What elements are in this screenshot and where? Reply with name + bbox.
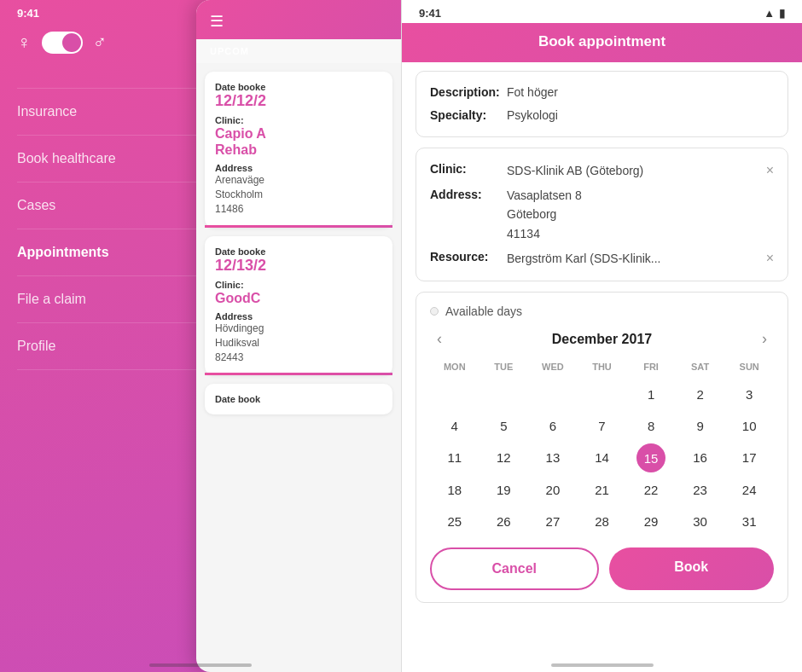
calendar-month-year: December 2017 — [552, 332, 652, 347]
resource-value-container: Bergström Karl (SDS-Klinik... × — [507, 248, 774, 269]
cal-cell-26[interactable]: 26 — [479, 507, 529, 536]
right-status-bar: 9:41 ▲ ▮ — [402, 0, 802, 23]
card1-divider — [205, 225, 392, 228]
left-time: 9:41 — [17, 7, 39, 20]
cal-cell-9[interactable]: 9 — [676, 412, 725, 440]
appointments-panel: ☰ UPCOM Date booke 12/12/2 Clinic: Capio… — [196, 0, 401, 672]
cal-cell-4[interactable]: 4 — [430, 412, 479, 440]
address-label: Address: — [430, 186, 507, 243]
right-time: 9:41 — [419, 7, 441, 20]
card1-address-text: ArenavägeStockholm11486 — [215, 173, 382, 216]
cal-row-4: 18 19 20 21 22 23 24 — [430, 476, 774, 504]
card1-address-label: Address — [215, 163, 382, 173]
available-dot — [430, 307, 439, 316]
cal-cell-19[interactable]: 19 — [479, 476, 529, 504]
resource-label: Resource: — [430, 248, 507, 269]
appointment-card-1[interactable]: Date booke 12/12/2 Clinic: Capio ARehab … — [205, 72, 392, 228]
clinic-row: Clinic: SDS-Klinik AB (Göteborg) × — [430, 160, 774, 181]
available-days-label: Available days — [445, 304, 522, 318]
panel-tab-upcoming[interactable]: UPCOM — [196, 39, 401, 63]
cal-cell-7[interactable]: 7 — [578, 412, 627, 440]
cal-cell-21[interactable]: 21 — [578, 476, 627, 504]
description-row: Description: Fot höger — [430, 84, 774, 101]
cal-cell-17[interactable]: 17 — [724, 443, 774, 472]
cal-cell-10[interactable]: 10 — [724, 412, 774, 440]
card2-date-label: Date booke — [215, 246, 382, 257]
cal-cell-11[interactable]: 11 — [430, 443, 479, 472]
cal-cell-29[interactable]: 29 — [626, 507, 676, 536]
cal-cell-16[interactable]: 16 — [676, 443, 725, 472]
cal-cell-3[interactable]: 3 — [724, 380, 774, 408]
action-buttons: Cancel Book — [430, 547, 774, 590]
cal-cell-6[interactable]: 6 — [528, 412, 578, 440]
clinic-info-card: Clinic: SDS-Klinik AB (Göteborg) × Addre… — [416, 148, 788, 281]
cancel-button[interactable]: Cancel — [430, 547, 599, 590]
hamburger-icon[interactable]: ☰ — [210, 12, 224, 31]
available-days-row: Available days — [430, 304, 774, 318]
cal-cell-22[interactable]: 22 — [626, 476, 676, 504]
calendar-card: Available days ‹ December 2017 › MON TUE… — [416, 292, 788, 603]
cal-cell-24[interactable]: 24 — [724, 476, 774, 504]
cal-cell-23[interactable]: 23 — [676, 476, 725, 504]
card1-date-label: Date booke — [215, 82, 382, 92]
cal-header-fri: FRI — [626, 360, 676, 374]
calendar-grid: MON TUE WED THU FRI SAT SUN 1 2 3 — [430, 360, 774, 536]
description-specialty-card: Description: Fot höger Specialty: Psykol… — [416, 71, 788, 137]
specialty-value: Psykologi — [507, 107, 558, 125]
cal-cell-20[interactable]: 20 — [528, 476, 578, 504]
calendar-nav: ‹ December 2017 › — [430, 330, 774, 348]
calendar-header-row: MON TUE WED THU FRI SAT SUN — [430, 360, 774, 374]
toggle-knob — [62, 33, 81, 52]
cal-cell-27[interactable]: 27 — [528, 507, 578, 536]
cal-row-2: 4 5 6 7 8 9 10 — [430, 412, 774, 440]
cal-cell-31[interactable]: 31 — [724, 507, 774, 536]
book-button[interactable]: Book — [609, 547, 775, 590]
resource-remove-button[interactable]: × — [766, 248, 774, 269]
cal-cell-8[interactable]: 8 — [626, 412, 676, 440]
address-value: Vasaplatsen 8Göteborg41134 — [507, 186, 582, 243]
cal-cell-1[interactable]: 1 — [626, 380, 676, 408]
appointment-card-3[interactable]: Date book — [205, 384, 392, 414]
cal-cell-25[interactable]: 25 — [430, 507, 479, 536]
cal-cell-empty — [528, 380, 578, 408]
cal-cell-30[interactable]: 30 — [676, 507, 725, 536]
right-content: Description: Fot höger Specialty: Psykol… — [402, 62, 802, 658]
gender-toggle[interactable] — [42, 32, 83, 54]
cal-header-tue: TUE — [479, 360, 529, 374]
clinic-label: Clinic: — [430, 160, 507, 181]
cal-cell-13[interactable]: 13 — [528, 443, 578, 472]
cal-cell-28[interactable]: 28 — [578, 507, 627, 536]
card2-address-text: HövdingegHudiksval82443 — [215, 322, 382, 364]
left-home-indicator — [149, 663, 252, 667]
cal-cell-5[interactable]: 5 — [479, 412, 529, 440]
description-label: Description: — [430, 84, 507, 101]
left-phone: 9:41 ▲ ▮ ♀ ♂ Insurance Book healthcare C… — [0, 0, 401, 672]
clinic-remove-button[interactable]: × — [766, 160, 774, 181]
cal-cell-12[interactable]: 12 — [479, 443, 529, 472]
cal-cell-empty — [479, 380, 529, 408]
card2-divider — [205, 373, 392, 375]
male-icon: ♂ — [93, 32, 108, 54]
cal-cell-18[interactable]: 18 — [430, 476, 479, 504]
appointment-card-2[interactable]: Date booke 12/13/2 Clinic: GoodC Address… — [205, 236, 392, 376]
cal-cell-15-selected[interactable]: 15 — [636, 443, 665, 472]
card3-date-label: Date book — [215, 394, 382, 404]
cal-cell-empty — [430, 380, 479, 408]
female-icon: ♀ — [17, 32, 32, 54]
card1-date: 12/12/2 — [215, 92, 382, 110]
right-status-icons: ▲ ▮ — [764, 7, 785, 20]
specialty-label: Specialty: — [430, 107, 507, 125]
cal-header-sun: SUN — [724, 360, 774, 374]
clinic-value-container: SDS-Klinik AB (Göteborg) × — [507, 160, 774, 181]
cal-cell-2[interactable]: 2 — [676, 380, 725, 408]
resource-row: Resource: Bergström Karl (SDS-Klinik... … — [430, 248, 774, 269]
specialty-row: Specialty: Psykologi — [430, 107, 774, 125]
calendar-prev-button[interactable]: ‹ — [430, 330, 449, 348]
cal-header-thu: THU — [578, 360, 627, 374]
description-value: Fot höger — [507, 84, 558, 101]
card2-clinic-label: Clinic: — [215, 280, 382, 290]
card1-clinic-name: Capio ARehab — [215, 125, 382, 158]
calendar-next-button[interactable]: › — [755, 330, 774, 348]
cal-cell-14[interactable]: 14 — [578, 443, 627, 472]
header-title: Book appointment — [419, 33, 785, 50]
